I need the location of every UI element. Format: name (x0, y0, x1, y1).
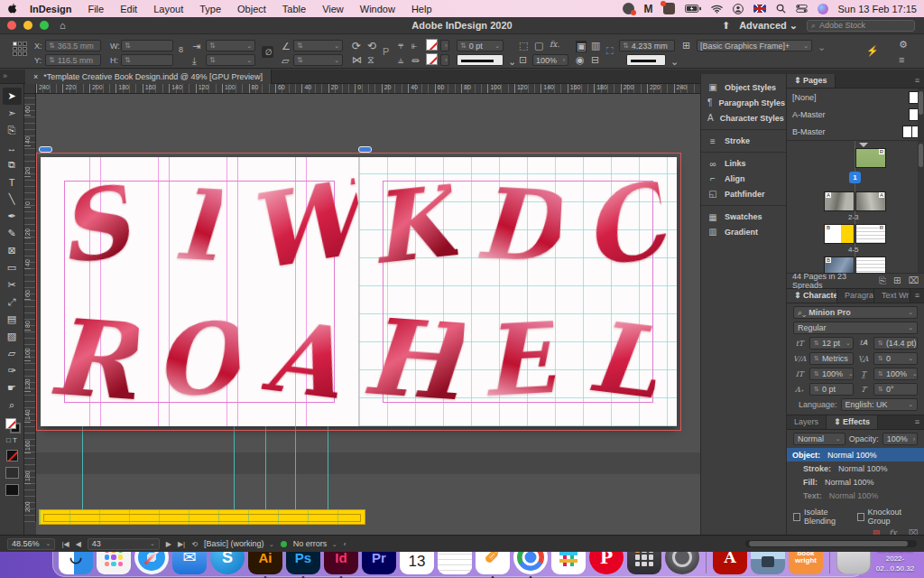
panel-dock-item[interactable]: ◱ Pathfinder (701, 186, 786, 201)
wrap-bounding-icon[interactable]: ▥ (591, 41, 600, 51)
screen-mode-button[interactable] (5, 467, 19, 479)
dock-expand-chevron[interactable]: » (3, 71, 7, 80)
home-icon[interactable]: ⌂ (60, 20, 66, 31)
preview-mode-button[interactable] (5, 484, 19, 496)
x-field[interactable]: ⇅363.5 mm (45, 40, 101, 51)
menu-item[interactable]: Table (274, 4, 314, 14)
battery-icon[interactable] (685, 3, 701, 15)
free-transform-tool[interactable]: ⤢ (3, 294, 22, 311)
wrap-jump-icon[interactable]: ⊟ (591, 55, 599, 65)
close-window-button[interactable] (7, 21, 16, 30)
effects-target-row[interactable]: Stroke:Normal 100% (787, 461, 924, 475)
share-icon[interactable]: ⬆ (722, 20, 730, 32)
opacity-field[interactable]: 100%› (882, 433, 918, 445)
flip-h-icon[interactable]: ⋈ (352, 55, 362, 65)
menu-item[interactable]: Help (403, 4, 440, 14)
skew-field[interactable]: ⇅0° (873, 383, 918, 396)
wifi-icon[interactable] (711, 3, 723, 15)
direct-selection-tool[interactable]: ➣ (3, 105, 22, 122)
flower-letter[interactable]: K (365, 172, 459, 277)
select-container-icon[interactable]: P (383, 47, 389, 57)
page-right[interactable]: KDCHEL (359, 157, 677, 426)
page-tool[interactable]: ⎘ (3, 122, 22, 139)
page-tag[interactable] (358, 146, 372, 153)
masters-scrollbar[interactable] (918, 89, 924, 140)
pages-thumbnails[interactable]: R 1 A A 2-3 B R 4-5 B (787, 140, 924, 274)
app-status-icon[interactable] (623, 3, 634, 14)
panel-menu-icon[interactable]: ≡ (910, 76, 924, 88)
vertical-ruler[interactable]: 604020020406080100120140160180200 (24, 84, 36, 522)
panel-dock-item[interactable]: ▣ Object Styles (701, 79, 786, 95)
zoom-window-button[interactable] (40, 21, 49, 30)
m-app-icon[interactable]: M (644, 3, 653, 15)
menu-item[interactable]: InDesign (19, 4, 79, 14)
note-tool[interactable]: ▱ (3, 345, 22, 362)
flower-letter[interactable]: L (584, 306, 664, 411)
language-select[interactable]: English: UK⌄ (841, 398, 918, 411)
rotate-cw-icon[interactable]: ⟳ (352, 41, 361, 51)
shear-field[interactable]: ⇅⌄ (293, 54, 343, 66)
pages-scrollbar[interactable] (918, 141, 924, 273)
gradient-tool[interactable]: ▤ (3, 311, 22, 328)
menu-item[interactable]: Object (229, 4, 274, 14)
spotlight-icon[interactable] (776, 3, 786, 15)
drop-shadow-icon[interactable]: ▢ (534, 41, 543, 51)
flower-letter[interactable]: D (473, 173, 562, 275)
gradient-feather-tool[interactable]: ▨ (3, 328, 22, 345)
w-field[interactable]: ⇅ (121, 40, 173, 51)
tab-character[interactable]: ⇕ Character (787, 289, 837, 303)
stock-search-input[interactable]: ⌕ Adobe Stock (807, 20, 915, 32)
pen-tool[interactable]: ✒ (3, 208, 22, 225)
constrain-link-icon[interactable]: 8 (179, 46, 183, 54)
stroke-weight-field[interactable]: ⇅0 pt⌄ (457, 40, 504, 51)
page-number-select[interactable]: 43⌄ (88, 538, 160, 550)
align-center-icon[interactable]: ⏛ (411, 55, 420, 65)
scale-link-icon[interactable]: ∅ (262, 46, 273, 58)
opacity-field[interactable]: 100%› (532, 54, 568, 66)
selection-tool[interactable]: ➤ (3, 88, 22, 105)
distribute-icon[interactable]: ⫦ (411, 41, 417, 51)
menu-item[interactable]: Layout (145, 4, 191, 14)
panel-dock-item[interactable]: ⌐ Align (701, 171, 786, 186)
horizontal-scrollbar[interactable] (745, 540, 917, 547)
tab-paragraph[interactable]: Paragra (837, 289, 874, 303)
scale-y-field[interactable]: ⇅⌄ (206, 54, 255, 66)
flower-letter[interactable]: S (52, 172, 133, 277)
horizontal-ruler[interactable]: 2402202001801601401201008060402002040608… (36, 84, 700, 94)
auto-fit-icon[interactable]: ⊞ (682, 41, 690, 51)
new-page-icon[interactable]: ⊞ (893, 275, 901, 286)
preflight-profile[interactable]: [Basic] (working) ⌄ (204, 539, 274, 548)
menu-item[interactable]: Edit (112, 4, 145, 14)
first-page-button[interactable]: |◀ (61, 540, 69, 548)
page-6-thumbnail[interactable]: B (824, 256, 855, 274)
panel-menu-icon[interactable]: ≡ (899, 55, 904, 65)
apply-none-swatch[interactable] (6, 450, 18, 461)
reference-point-proxy[interactable] (13, 42, 27, 56)
page-3-thumbnail[interactable]: A (855, 191, 886, 211)
tab-text-wrap[interactable]: Text Wr (874, 289, 910, 303)
preflight-status[interactable]: No errors ⌄ (293, 539, 337, 548)
content-collector-tool[interactable]: ⧉ (3, 156, 22, 173)
formatting-affects-row[interactable]: □ T (6, 436, 17, 444)
kerning-field[interactable]: ⇅Metrics⌄ (809, 352, 854, 365)
rectangle-tool[interactable]: ▭ (3, 259, 22, 276)
apple-menu-icon[interactable] (7, 3, 17, 15)
delete-page-icon[interactable]: ⌧ (908, 275, 919, 286)
master-row[interactable]: A-Master (787, 106, 924, 123)
wrap-none-icon[interactable]: ▣ (576, 41, 587, 52)
menu-item[interactable]: File (79, 4, 112, 14)
effects-target-row[interactable]: Object:Normal 100% (787, 448, 924, 461)
align-bottom-icon[interactable]: ⫨ (398, 55, 403, 65)
corner-options-icon[interactable]: ⬚ (519, 41, 528, 51)
page-1-thumbnail[interactable]: R (855, 148, 886, 168)
gear-icon[interactable]: ⚙ (899, 40, 908, 50)
menubar-clock[interactable]: Sun 13 Feb 17:15 (838, 4, 917, 14)
type-tool[interactable]: T (3, 173, 22, 191)
account-icon[interactable] (733, 3, 744, 15)
flower-letter[interactable]: W (239, 165, 369, 284)
menu-item[interactable]: View (314, 4, 352, 14)
page-7-thumbnail[interactable] (855, 256, 886, 274)
fill-swatch-none[interactable] (426, 39, 438, 51)
pencil-tool[interactable]: ✎ (3, 225, 22, 242)
line-tool[interactable]: ╲ (3, 191, 22, 208)
